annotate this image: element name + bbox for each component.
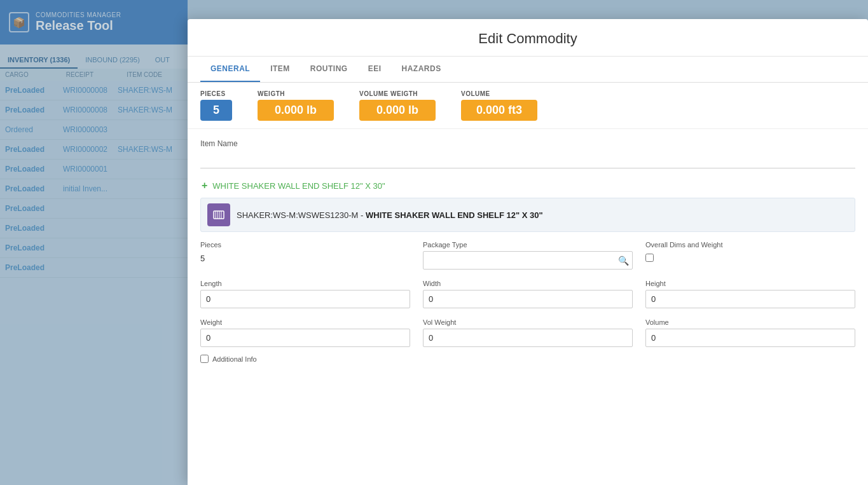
tab-general[interactable]: GENERAL xyxy=(200,57,260,82)
width-input[interactable] xyxy=(423,290,633,308)
item-icon xyxy=(207,203,230,226)
height-input[interactable] xyxy=(645,290,855,308)
tab-eei[interactable]: EEI xyxy=(358,57,392,82)
height-label: Height xyxy=(645,280,855,287)
width-field: Width xyxy=(423,280,633,308)
summary-volume: VOLUME 0.000 ft3 xyxy=(461,90,537,121)
item-dash: - xyxy=(361,210,366,220)
weight-field: Weight xyxy=(200,318,410,347)
summary-bar: PIECES 5 WEIGTH 0.000 lb VOLUME WEIGTH 0… xyxy=(188,83,868,129)
selected-item: SHAKER:WS-M:WSWES1230-M - WHITE SHAKER W… xyxy=(200,198,855,232)
item-name: WHITE SHAKER WALL END SHELF 12" X 30" xyxy=(366,210,543,220)
package-type-label: Package Type xyxy=(423,241,633,249)
tab-routing[interactable]: ROUTING xyxy=(300,57,358,82)
weight-value: 0.000 lb xyxy=(258,100,334,121)
width-label: Width xyxy=(423,280,633,287)
summary-pieces: PIECES 5 xyxy=(200,90,232,121)
plus-icon: + xyxy=(202,180,207,191)
additional-info-label: Additional Info xyxy=(212,355,257,363)
volume-value: 0.000 ft3 xyxy=(461,100,537,121)
volume-label: Volume xyxy=(645,318,855,326)
weight-input[interactable] xyxy=(200,329,410,347)
weight-label: WEIGTH xyxy=(258,90,334,97)
svg-rect-0 xyxy=(214,211,224,219)
height-field: Height xyxy=(645,280,855,308)
vol-weight-input[interactable] xyxy=(423,329,633,347)
overall-dims-label: Overall Dims and Weight xyxy=(645,241,855,249)
weight-label: Weight xyxy=(200,318,410,326)
suggestion-text: WHITE SHAKER WALL END SHELF 12" X 30" xyxy=(212,181,385,191)
modal-header: Edit Commodity xyxy=(188,19,868,57)
tab-item[interactable]: ITEM xyxy=(260,57,300,82)
volume-field: Volume xyxy=(645,318,855,347)
volume-input[interactable] xyxy=(645,329,855,347)
search-suggestion[interactable]: + WHITE SHAKER WALL END SHELF 12" X 30" xyxy=(200,176,855,195)
pieces-value: 5 xyxy=(200,251,410,266)
volume-label: VOLUME xyxy=(461,90,537,97)
summary-weight: WEIGTH 0.000 lb xyxy=(258,90,334,121)
length-field: Length xyxy=(200,280,410,308)
item-name-section: Item Name xyxy=(200,139,855,168)
item-name-label: Item Name xyxy=(200,139,855,148)
item-code: SHAKER:WS-M:WSWES1230-M xyxy=(237,210,358,220)
modal-title: Edit Commodity xyxy=(200,31,855,47)
pieces-value: 5 xyxy=(200,100,232,121)
overall-dims-checkbox-row xyxy=(645,254,855,262)
additional-info-checkbox[interactable] xyxy=(200,355,209,363)
item-name-input[interactable] xyxy=(200,151,855,168)
package-type-field: Package Type 🔍 xyxy=(423,241,633,270)
package-type-input[interactable] xyxy=(423,251,633,270)
length-label: Length xyxy=(200,280,410,287)
package-type-wrap: 🔍 xyxy=(423,251,633,270)
vol-weight-label: VOLUME WEIGTH xyxy=(359,90,436,97)
search-icon: 🔍 xyxy=(618,256,629,266)
length-input[interactable] xyxy=(200,290,410,308)
item-label: SHAKER:WS-M:WSWES1230-M - WHITE SHAKER W… xyxy=(237,210,543,220)
pieces-label: Pieces xyxy=(200,241,410,249)
overall-dims-checkbox[interactable] xyxy=(645,254,654,262)
tab-hazards[interactable]: HAZARDS xyxy=(392,57,451,82)
overall-dims-field: Overall Dims and Weight xyxy=(645,241,855,270)
modal-tabs: GENERAL ITEM ROUTING EEI HAZARDS xyxy=(188,57,868,83)
vol-weight-label: Vol Weight xyxy=(423,318,633,326)
form-grid: Pieces 5 Package Type 🔍 Overall Dims and… xyxy=(200,241,855,347)
pieces-label: PIECES xyxy=(200,90,232,97)
modal-body: Item Name + WHITE SHAKER WALL END SHELF … xyxy=(188,129,868,485)
vol-weight-field: Vol Weight xyxy=(423,318,633,347)
pieces-field: Pieces 5 xyxy=(200,241,410,270)
edit-commodity-modal: Edit Commodity GENERAL ITEM ROUTING EEI … xyxy=(188,19,868,485)
summary-vol-weight: VOLUME WEIGTH 0.000 lb xyxy=(359,90,436,121)
vol-weight-value: 0.000 lb xyxy=(359,100,436,121)
additional-info-row: Additional Info xyxy=(200,355,855,363)
